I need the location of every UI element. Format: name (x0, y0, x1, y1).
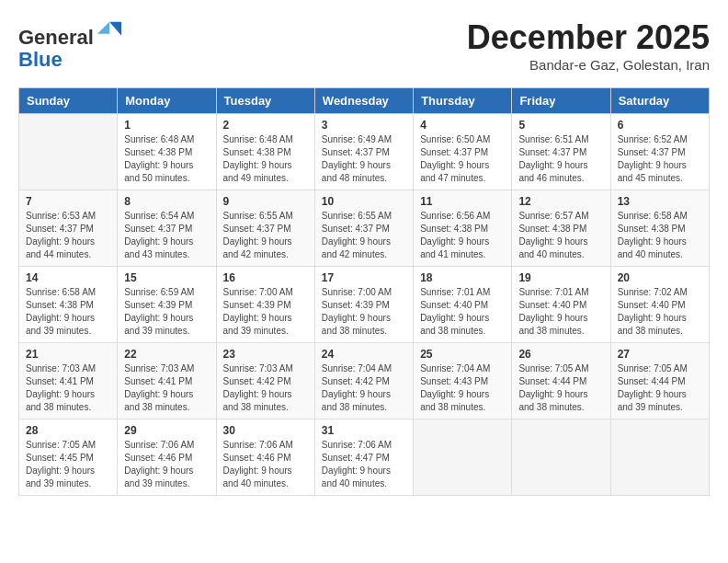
sunrise-text: Sunrise: 6:58 AM (26, 286, 110, 299)
calendar-cell: 10Sunrise: 6:55 AMSunset: 4:37 PMDayligh… (314, 190, 413, 267)
calendar-cell: 22Sunrise: 7:03 AMSunset: 4:41 PMDayligh… (118, 343, 216, 419)
day-info: Sunrise: 6:50 AMSunset: 4:37 PMDaylight:… (420, 133, 505, 185)
sunrise-text: Sunrise: 6:54 AM (124, 210, 209, 223)
day-number: 8 (124, 195, 209, 208)
day-number: 31 (322, 424, 406, 437)
daylight-text: Daylight: 9 hoursand 38 minutes. (26, 388, 110, 414)
calendar-cell: 26Sunrise: 7:05 AMSunset: 4:44 PMDayligh… (512, 343, 610, 419)
day-number: 4 (420, 119, 505, 132)
sunset-text: Sunset: 4:42 PM (223, 375, 308, 388)
sunset-text: Sunset: 4:37 PM (124, 223, 209, 236)
daylight-text: Daylight: 9 hoursand 42 minutes. (322, 236, 406, 261)
daylight-text: Daylight: 9 hoursand 39 minutes. (26, 465, 110, 490)
day-info: Sunrise: 6:55 AMSunset: 4:37 PMDaylight:… (322, 210, 406, 261)
sunset-text: Sunset: 4:37 PM (618, 146, 702, 159)
calendar-cell (512, 419, 610, 496)
daylight-text: Daylight: 9 hoursand 38 minutes. (223, 388, 308, 414)
day-number: 5 (518, 119, 603, 132)
calendar-cell: 2Sunrise: 6:48 AMSunset: 4:38 PMDaylight… (216, 114, 314, 190)
day-number: 16 (223, 271, 308, 284)
page-header: General Blue December 2025 Bandar-e Gaz,… (18, 18, 710, 73)
sunset-text: Sunset: 4:39 PM (223, 299, 308, 312)
day-info: Sunrise: 7:05 AMSunset: 4:44 PMDaylight:… (618, 362, 702, 414)
calendar-week-3: 14Sunrise: 6:58 AMSunset: 4:38 PMDayligh… (19, 267, 710, 343)
sunset-text: Sunset: 4:39 PM (322, 299, 406, 312)
day-number: 28 (26, 424, 110, 437)
svg-marker-0 (109, 22, 121, 36)
day-info: Sunrise: 6:53 AMSunset: 4:37 PMDaylight:… (26, 210, 110, 261)
calendar-cell: 9Sunrise: 6:55 AMSunset: 4:37 PMDaylight… (216, 190, 314, 267)
column-header-saturday: Saturday (610, 88, 709, 114)
day-info: Sunrise: 6:48 AMSunset: 4:38 PMDaylight:… (124, 133, 209, 185)
column-header-sunday: Sunday (19, 88, 118, 114)
day-info: Sunrise: 7:01 AMSunset: 4:40 PMDaylight:… (518, 286, 603, 338)
sunrise-text: Sunrise: 7:01 AM (420, 286, 505, 299)
calendar-cell: 31Sunrise: 7:06 AMSunset: 4:47 PMDayligh… (314, 419, 413, 496)
calendar-cell: 15Sunrise: 6:59 AMSunset: 4:39 PMDayligh… (118, 267, 216, 343)
daylight-text: Daylight: 9 hoursand 44 minutes. (26, 236, 110, 261)
calendar-week-1: 1Sunrise: 6:48 AMSunset: 4:38 PMDaylight… (19, 114, 710, 190)
sunrise-text: Sunrise: 6:57 AM (518, 210, 603, 223)
day-info: Sunrise: 7:04 AMSunset: 4:43 PMDaylight:… (420, 362, 505, 414)
month-title: December 2025 (467, 18, 710, 57)
sunset-text: Sunset: 4:37 PM (322, 223, 406, 236)
daylight-text: Daylight: 9 hoursand 38 minutes. (618, 312, 702, 338)
daylight-text: Daylight: 9 hoursand 38 minutes. (322, 388, 406, 414)
day-info: Sunrise: 6:56 AMSunset: 4:38 PMDaylight:… (420, 210, 505, 261)
sunset-text: Sunset: 4:38 PM (618, 223, 702, 236)
sunrise-text: Sunrise: 6:55 AM (223, 210, 308, 223)
logo-general-text: General (18, 26, 94, 49)
calendar-cell: 20Sunrise: 7:02 AMSunset: 4:40 PMDayligh… (610, 267, 709, 343)
calendar-cell: 11Sunrise: 6:56 AMSunset: 4:38 PMDayligh… (414, 190, 512, 267)
day-number: 17 (322, 271, 406, 284)
sunset-text: Sunset: 4:43 PM (420, 375, 505, 388)
day-info: Sunrise: 7:06 AMSunset: 4:46 PMDaylight:… (223, 439, 308, 490)
sunrise-text: Sunrise: 7:04 AM (420, 362, 505, 375)
logo-blue-text: Blue (18, 48, 63, 71)
calendar-cell: 7Sunrise: 6:53 AMSunset: 4:37 PMDaylight… (19, 190, 118, 267)
daylight-text: Daylight: 9 hoursand 45 minutes. (618, 159, 702, 185)
daylight-text: Daylight: 9 hoursand 42 minutes. (223, 236, 308, 261)
day-number: 13 (618, 195, 702, 208)
sunset-text: Sunset: 4:46 PM (124, 452, 209, 465)
sunrise-text: Sunrise: 6:48 AM (124, 133, 209, 146)
calendar-cell: 3Sunrise: 6:49 AMSunset: 4:37 PMDaylight… (314, 114, 413, 190)
sunrise-text: Sunrise: 6:58 AM (618, 210, 702, 223)
day-number: 30 (223, 424, 308, 437)
day-number: 20 (618, 271, 702, 284)
daylight-text: Daylight: 9 hoursand 39 minutes. (26, 312, 110, 338)
day-number: 9 (223, 195, 308, 208)
sunset-text: Sunset: 4:41 PM (124, 375, 209, 388)
calendar-week-5: 28Sunrise: 7:05 AMSunset: 4:45 PMDayligh… (19, 419, 710, 496)
calendar-header-row: SundayMondayTuesdayWednesdayThursdayFrid… (19, 88, 710, 114)
sunrise-text: Sunrise: 7:06 AM (124, 439, 209, 452)
sunset-text: Sunset: 4:38 PM (26, 299, 110, 312)
day-number: 10 (322, 195, 406, 208)
day-info: Sunrise: 6:59 AMSunset: 4:39 PMDaylight:… (124, 286, 209, 338)
calendar-week-2: 7Sunrise: 6:53 AMSunset: 4:37 PMDaylight… (19, 190, 710, 267)
calendar-cell (610, 419, 709, 496)
daylight-text: Daylight: 9 hoursand 50 minutes. (124, 159, 209, 185)
calendar-cell: 21Sunrise: 7:03 AMSunset: 4:41 PMDayligh… (19, 343, 118, 419)
calendar-cell: 29Sunrise: 7:06 AMSunset: 4:46 PMDayligh… (118, 419, 216, 496)
calendar-cell: 25Sunrise: 7:04 AMSunset: 4:43 PMDayligh… (414, 343, 512, 419)
sunrise-text: Sunrise: 6:51 AM (518, 133, 603, 146)
day-info: Sunrise: 7:06 AMSunset: 4:47 PMDaylight:… (322, 439, 406, 490)
sunset-text: Sunset: 4:38 PM (518, 223, 603, 236)
calendar-cell: 6Sunrise: 6:52 AMSunset: 4:37 PMDaylight… (610, 114, 709, 190)
day-number: 1 (124, 119, 209, 132)
logo: General Blue (18, 18, 123, 71)
day-info: Sunrise: 7:03 AMSunset: 4:41 PMDaylight:… (124, 362, 209, 414)
daylight-text: Daylight: 9 hoursand 48 minutes. (322, 159, 406, 185)
daylight-text: Daylight: 9 hoursand 38 minutes. (124, 388, 209, 414)
sunset-text: Sunset: 4:46 PM (223, 452, 308, 465)
daylight-text: Daylight: 9 hoursand 40 minutes. (223, 465, 308, 490)
day-number: 7 (26, 195, 110, 208)
sunrise-text: Sunrise: 6:53 AM (26, 210, 110, 223)
sunrise-text: Sunrise: 6:48 AM (223, 133, 308, 146)
sunrise-text: Sunrise: 7:05 AM (618, 362, 702, 375)
day-number: 19 (518, 271, 603, 284)
calendar-cell: 27Sunrise: 7:05 AMSunset: 4:44 PMDayligh… (610, 343, 709, 419)
sunset-text: Sunset: 4:37 PM (223, 223, 308, 236)
sunset-text: Sunset: 4:37 PM (322, 146, 406, 159)
